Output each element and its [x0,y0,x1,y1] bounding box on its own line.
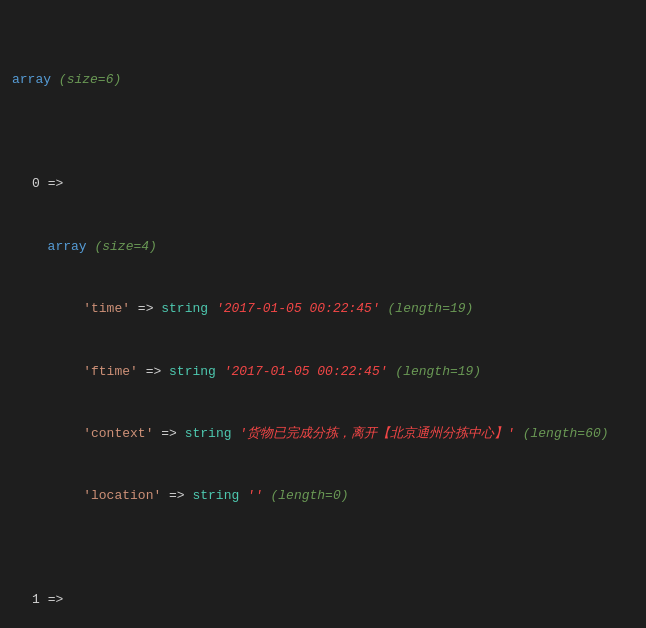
code-output: array (size=6) 0 => array (size=4) 'time… [12,8,634,628]
array-0-time: 'time' => string '2017-01-05 00:22:45' (… [12,299,634,320]
array-keyword: array [12,72,51,87]
index-0: 0 => [12,174,634,195]
array-0-location: 'location' => string '' (length=0) [12,486,634,507]
array-header: array (size=6) [12,70,634,91]
array-0-ftime: 'ftime' => string '2017-01-05 00:22:45' … [12,362,634,383]
index-1: 1 => [12,590,634,611]
array-0-header: array (size=4) [12,237,634,258]
array-size: (size=6) [59,72,121,87]
array-0-context: 'context' => string '货物已完成分拣，离开【北京通州分拣中心… [12,424,634,445]
